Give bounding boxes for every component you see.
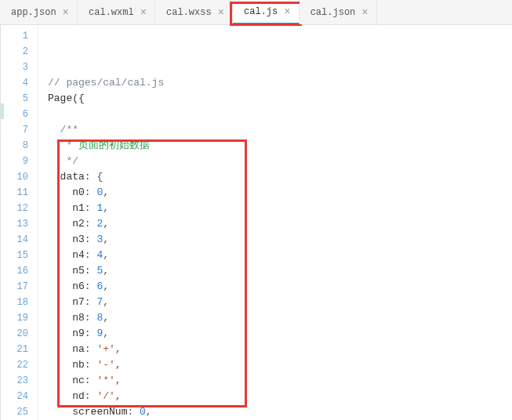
tab-cal-wxss[interactable]: cal.wxss×	[155, 0, 233, 24]
editor: 1234567891011121314151617181920212223242…	[0, 25, 512, 420]
line-number: 2	[1, 44, 28, 60]
tab-label: app.json	[11, 7, 56, 18]
code-line: n9: 9,	[48, 326, 512, 342]
code-line: nd: '/',	[48, 389, 512, 404]
code-line: n2: 2,	[48, 216, 512, 232]
line-number: 25	[1, 404, 28, 420]
code-line: n6: 6,	[48, 279, 512, 295]
tab-label: cal.json	[310, 7, 356, 18]
line-number: 19	[1, 310, 28, 326]
line-number: 8	[1, 138, 28, 154]
line-number: 7	[1, 122, 28, 138]
line-number: 18	[1, 295, 28, 310]
line-number: 13	[1, 216, 28, 232]
close-icon[interactable]: ×	[63, 7, 69, 18]
gutter: 1234567891011121314151617181920212223242…	[1, 25, 38, 420]
tab-label: cal.js	[244, 6, 278, 17]
close-icon[interactable]: ×	[140, 7, 147, 18]
code-line: * 页面的初始数据	[48, 138, 512, 154]
close-icon[interactable]: ×	[361, 7, 368, 18]
line-number: 4	[1, 75, 28, 91]
line-number: 23	[1, 373, 28, 389]
line-number: 10	[1, 169, 28, 185]
code-line: n3: 3,	[48, 232, 512, 248]
close-icon[interactable]: ×	[218, 7, 224, 18]
code-line: n5: 5,	[48, 263, 512, 279]
tab-cal-json[interactable]: cal.json×	[300, 0, 377, 24]
line-number: 9	[1, 154, 28, 169]
code-line: Page({	[48, 91, 512, 107]
code-line: n7: 7,	[48, 295, 512, 310]
code-line	[48, 107, 512, 122]
line-number: 6	[1, 107, 28, 122]
code-line: nb: '-',	[48, 357, 512, 373]
line-number: 22	[1, 357, 28, 373]
tab-cal-wxml[interactable]: cal.wxml×	[78, 0, 155, 24]
tab-cal-js[interactable]: cal.js×	[233, 0, 300, 24]
tab-label: cal.wxml	[89, 7, 134, 18]
line-number: 12	[1, 201, 28, 216]
line-number: 15	[1, 248, 28, 263]
line-number: 16	[1, 263, 28, 279]
code-line: // pages/cal/cal.js	[48, 75, 512, 91]
code-line: nc: '*',	[48, 373, 512, 389]
line-number: 14	[1, 232, 28, 248]
tab-app-json[interactable]: app.json×	[0, 0, 78, 24]
line-number: 24	[1, 389, 28, 404]
tab-bar: app.json×cal.wxml×cal.wxss×cal.js×cal.js…	[0, 0, 512, 25]
code-line: n1: 1,	[48, 201, 512, 216]
line-number: 21	[1, 342, 28, 357]
code-line: data: {	[48, 169, 512, 185]
code-line: */	[48, 154, 512, 169]
code-line: n4: 4,	[48, 248, 512, 263]
line-number: 5	[1, 91, 28, 107]
line-number: 3	[1, 60, 28, 75]
tab-label: cal.wxss	[166, 7, 212, 18]
close-icon[interactable]: ×	[284, 6, 290, 17]
line-number: 11	[1, 185, 28, 201]
line-number: 1	[1, 28, 28, 44]
code-area[interactable]: // pages/cal/cal.jsPage({ /** * 页面的初始数据 …	[38, 25, 512, 420]
code-line: screenNum: 0,	[48, 404, 512, 420]
line-number: 17	[1, 279, 28, 295]
line-number: 20	[1, 326, 28, 342]
change-marker	[1, 103, 4, 119]
code-line: n0: 0,	[48, 185, 512, 201]
code-line: n8: 8,	[48, 310, 512, 326]
code-line: na: '+',	[48, 342, 512, 357]
code-line: /**	[48, 122, 512, 138]
